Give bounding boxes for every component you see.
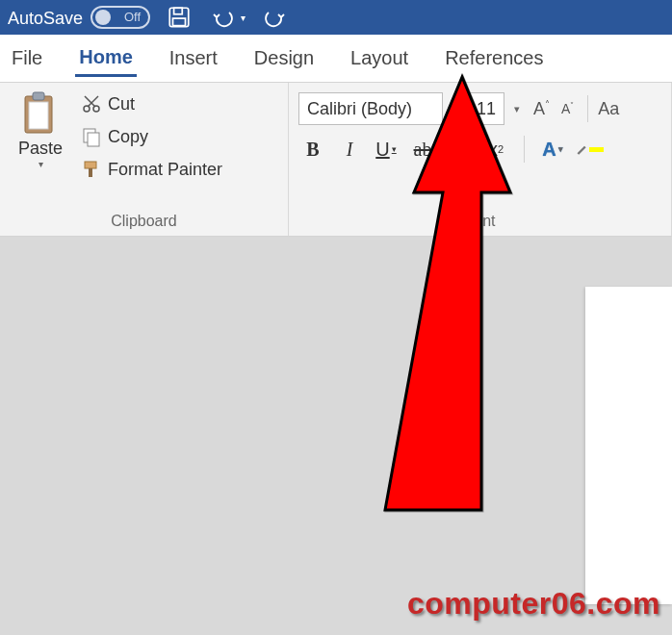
divider: [587, 95, 588, 122]
grow-font-button[interactable]: A˄: [530, 99, 554, 119]
svg-rect-11: [88, 133, 99, 146]
change-case-button[interactable]: Aa: [598, 99, 619, 119]
superscript-button[interactable]: x2: [481, 135, 510, 164]
text-effects-button[interactable]: A▾: [538, 135, 567, 164]
group-font: ▾ ▾ A˄ A˅ Aa B I U▾ ab x2 x2: [289, 83, 672, 236]
paintbrush-icon: [81, 159, 102, 180]
redo-icon: [263, 7, 288, 28]
font-name-combo[interactable]: [298, 92, 443, 125]
ribbon: Paste ▾ Cut: [0, 83, 672, 237]
chevron-down-icon[interactable]: ▾: [447, 92, 464, 125]
tab-file[interactable]: File: [8, 41, 46, 75]
copy-icon: [81, 126, 102, 147]
tab-insert[interactable]: Insert: [166, 41, 221, 75]
tab-design[interactable]: Design: [250, 41, 318, 75]
highlighter-icon: [575, 140, 589, 158]
clipboard-icon: [19, 89, 62, 137]
autosave-toggle[interactable]: Off: [90, 6, 150, 29]
paste-button[interactable]: Paste ▾: [10, 89, 71, 185]
copy-label: Copy: [108, 127, 148, 147]
redo-button[interactable]: [256, 0, 295, 35]
font-size-combo[interactable]: [468, 92, 504, 125]
group-title-font: Font: [298, 211, 661, 234]
document-area[interactable]: [0, 237, 672, 635]
chevron-down-icon: ▾: [558, 144, 563, 154]
chevron-down-icon: ▾: [241, 13, 246, 23]
chevron-down-icon: ▾: [39, 159, 43, 169]
autosave-label: AutoSave: [8, 7, 83, 29]
shrink-font-button[interactable]: A˅: [557, 101, 578, 116]
toggle-knob-icon: [95, 10, 111, 25]
tab-layout[interactable]: Layout: [347, 41, 412, 75]
italic-button[interactable]: I: [335, 135, 364, 164]
subscript-button[interactable]: x2: [445, 135, 474, 164]
scissors-icon: [81, 93, 102, 114]
tab-references[interactable]: References: [441, 41, 547, 75]
svg-rect-2: [173, 18, 186, 26]
chevron-down-icon[interactable]: ▾: [508, 92, 526, 125]
title-bar: AutoSave Off ▾: [0, 0, 672, 35]
cut-label: Cut: [108, 94, 135, 114]
chevron-down-icon: ▾: [392, 144, 397, 154]
paste-label: Paste: [18, 139, 63, 159]
autosave-state: Off: [124, 10, 141, 24]
undo-button[interactable]: ▾: [208, 0, 246, 35]
group-clipboard: Paste ▾ Cut: [0, 83, 289, 236]
svg-rect-5: [33, 92, 44, 100]
strikethrough-button[interactable]: ab: [408, 135, 437, 164]
group-title-clipboard: Clipboard: [10, 211, 278, 234]
save-button[interactable]: [160, 0, 198, 35]
svg-rect-4: [29, 102, 48, 129]
cut-button[interactable]: Cut: [81, 89, 222, 119]
divider: [524, 136, 525, 163]
highlight-swatch: [589, 147, 604, 152]
svg-rect-1: [174, 8, 183, 14]
format-painter-label: Format Painter: [108, 160, 222, 180]
watermark-text: computer06.com: [407, 586, 660, 622]
svg-rect-13: [89, 168, 92, 177]
format-painter-button[interactable]: Format Painter: [81, 154, 222, 185]
bold-button[interactable]: B: [298, 135, 327, 164]
document-page[interactable]: [585, 287, 672, 604]
svg-rect-12: [85, 162, 96, 168]
underline-button[interactable]: U▾: [372, 135, 401, 164]
save-icon: [167, 5, 192, 30]
undo-icon: [210, 7, 239, 28]
highlight-button[interactable]: [575, 135, 604, 164]
copy-button[interactable]: Copy: [81, 121, 222, 152]
tab-home[interactable]: Home: [75, 40, 137, 77]
ribbon-tabs: File Home Insert Design Layout Reference…: [0, 35, 672, 83]
